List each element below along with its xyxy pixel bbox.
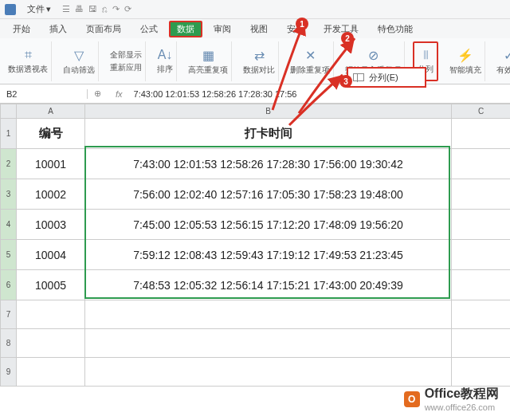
ribbon-reapply[interactable]: 全部显示重新应用 bbox=[107, 41, 146, 81]
menubar: 文件 ▾ ☰ 🖶 🖫 ⎌ ↷ ⟳ bbox=[0, 0, 510, 19]
cell[interactable] bbox=[85, 300, 452, 329]
ribbon-flash-fill[interactable]: ⚡智能填充 bbox=[446, 41, 485, 81]
row-header[interactable]: 7 bbox=[1, 300, 17, 329]
cell[interactable] bbox=[452, 119, 511, 149]
spreadsheet-grid[interactable]: A B C 1 编号 打卡时间 2 10001 7:43:00 12:01:53… bbox=[0, 104, 510, 387]
row-header[interactable]: 4 bbox=[1, 210, 17, 240]
tab-data[interactable]: 数据 bbox=[169, 21, 202, 37]
cell[interactable] bbox=[452, 240, 511, 270]
qat-icon[interactable]: ⎌ bbox=[102, 4, 108, 14]
cell[interactable] bbox=[452, 329, 511, 358]
cell[interactable]: 编号 bbox=[17, 119, 85, 149]
filter-icon: ▽ bbox=[74, 48, 84, 63]
row-header[interactable]: 8 bbox=[1, 329, 17, 358]
reject-icon: ⊘ bbox=[368, 48, 379, 63]
watermark-url: www.office26.com bbox=[425, 402, 499, 412]
col-header-A[interactable]: A bbox=[17, 104, 85, 119]
file-menu-label: 文件 bbox=[27, 3, 45, 15]
ribbon-pivot[interactable]: ⌗数据透视表 bbox=[5, 41, 52, 81]
name-box[interactable]: B2 bbox=[0, 89, 88, 99]
ribbon-validation[interactable]: ✓有效性 bbox=[493, 41, 510, 81]
watermark-title: Office教程网 bbox=[425, 387, 499, 400]
tab-layout[interactable]: 页面布局 bbox=[78, 21, 129, 37]
pivot-icon: ⌗ bbox=[25, 48, 32, 62]
cell[interactable]: 10003 bbox=[17, 210, 85, 240]
validation-icon: ✓ bbox=[504, 48, 511, 63]
cell[interactable] bbox=[85, 329, 452, 358]
ribbon-filter[interactable]: ▽自动筛选 bbox=[60, 41, 99, 81]
fx-icon[interactable]: ⊕ bbox=[88, 88, 108, 99]
row-header[interactable]: 2 bbox=[1, 149, 17, 179]
qat-icon[interactable]: ↷ bbox=[112, 4, 120, 14]
cell[interactable] bbox=[452, 358, 511, 387]
cell[interactable]: 打卡时间 bbox=[85, 119, 452, 149]
callout-2: 2 bbox=[341, 32, 354, 45]
tab-home[interactable]: 开始 bbox=[5, 21, 38, 37]
qat-icon[interactable]: ⟳ bbox=[124, 4, 131, 14]
ribbon-tabs: 开始 插入 页面布局 公式 数据 审阅 视图 安全 开发工具 特色功能 bbox=[0, 19, 510, 38]
ribbon: ⌗数据透视表 ▽自动筛选 全部显示重新应用 A↓排序 ▦高亮重复项 ⇄数据对比 … bbox=[0, 38, 510, 84]
cell[interactable] bbox=[17, 329, 85, 358]
highlight-icon: ▦ bbox=[202, 48, 214, 63]
col-header-C[interactable]: C bbox=[452, 104, 511, 119]
fx-label: fx bbox=[108, 89, 131, 99]
row-header[interactable]: 6 bbox=[1, 270, 17, 300]
cell[interactable] bbox=[17, 300, 85, 329]
cell[interactable] bbox=[17, 358, 85, 387]
tab-review[interactable]: 审阅 bbox=[206, 21, 239, 37]
row-header[interactable]: 3 bbox=[1, 179, 17, 210]
cell[interactable]: 10001 bbox=[17, 149, 85, 179]
cell[interactable] bbox=[452, 210, 511, 240]
cell[interactable]: 7:48:53 12:05:32 12:56:14 17:15:21 17:43… bbox=[85, 270, 452, 300]
row-header[interactable]: 5 bbox=[1, 240, 17, 270]
qat-icon[interactable]: 🖶 bbox=[75, 4, 84, 14]
compare-icon: ⇄ bbox=[254, 48, 265, 63]
cell[interactable]: 10004 bbox=[17, 240, 85, 270]
tab-formulas[interactable]: 公式 bbox=[132, 21, 166, 37]
tab-insert[interactable]: 插入 bbox=[41, 21, 75, 37]
cell[interactable] bbox=[452, 179, 511, 210]
callout-1: 1 bbox=[296, 18, 308, 30]
watermark: O Office教程网 www.office26.com bbox=[404, 386, 499, 412]
ribbon-highlight-dup[interactable]: ▦高亮重复项 bbox=[185, 41, 232, 81]
cell[interactable]: 7:45:00 12:05:53 12:56:15 17:12:20 17:48… bbox=[85, 210, 452, 240]
cell[interactable]: 10005 bbox=[17, 270, 85, 300]
select-all-corner[interactable] bbox=[1, 104, 17, 119]
dropdown-item-label: 分列(E) bbox=[369, 72, 398, 84]
split-icon: ⫴ bbox=[423, 48, 429, 62]
sort-icon: A↓ bbox=[158, 48, 173, 62]
row-header[interactable]: 9 bbox=[1, 358, 17, 387]
qat-icon[interactable]: ☰ bbox=[62, 4, 70, 14]
cell[interactable] bbox=[452, 149, 511, 179]
quick-access-toolbar: ☰ 🖶 🖫 ⎌ ↷ ⟳ bbox=[62, 4, 131, 14]
cell[interactable]: 7:43:00 12:01:53 12:58:26 17:28:30 17:56… bbox=[85, 149, 452, 179]
cell[interactable]: 7:56:00 12:02:40 12:57:16 17:05:30 17:58… bbox=[85, 179, 452, 210]
cell[interactable] bbox=[85, 358, 452, 387]
file-menu[interactable]: 文件 ▾ bbox=[27, 3, 51, 15]
tab-features[interactable]: 特色功能 bbox=[370, 21, 421, 37]
flash-fill-icon: ⚡ bbox=[457, 48, 473, 63]
qat-icon[interactable]: 🖫 bbox=[88, 4, 97, 14]
ribbon-sort[interactable]: A↓排序 bbox=[154, 41, 177, 81]
callout-3: 3 bbox=[339, 75, 352, 88]
watermark-logo-icon: O bbox=[404, 391, 420, 407]
formula-bar: B2 ⊕ fx 7:43:00 12:01:53 12:58:26 17:28:… bbox=[0, 84, 510, 104]
row-header[interactable]: 1 bbox=[1, 119, 17, 149]
cell[interactable]: 7:59:12 12:08:43 12:59:43 17:19:12 17:49… bbox=[85, 240, 452, 270]
cell[interactable]: 10002 bbox=[17, 179, 85, 210]
cell[interactable] bbox=[452, 270, 511, 300]
app-logo-icon bbox=[5, 4, 16, 15]
cell[interactable] bbox=[452, 300, 511, 329]
chevron-down-icon: ▾ bbox=[46, 4, 51, 14]
